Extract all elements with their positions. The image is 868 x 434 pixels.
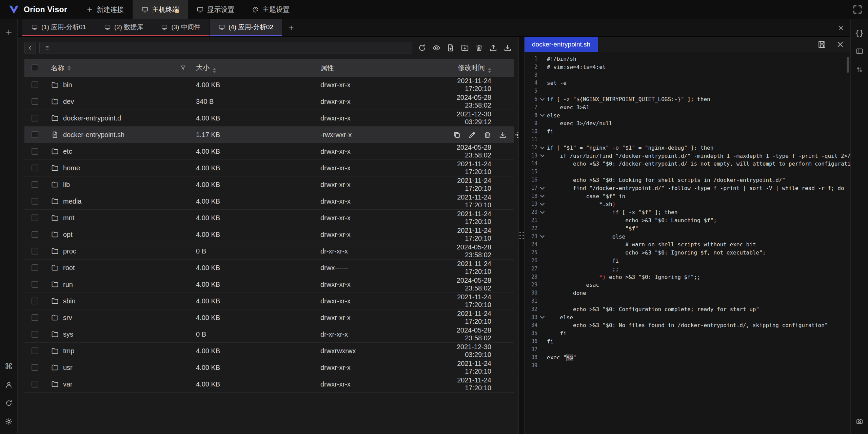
row-name[interactable]: run [45,280,196,288]
row-checkbox[interactable] [32,381,38,388]
row-checkbox[interactable] [32,298,38,304]
row-checkbox[interactable] [32,231,38,238]
table-row[interactable]: opt4.00 KBdrwxr-xr-x2021-11-24 17:20:10 [24,226,514,243]
plus-icon[interactable] [3,27,14,38]
table-row[interactable]: root4.00 KBdrwx------2021-11-24 17:20:10 [24,260,514,276]
row-name[interactable]: docker-entrypoint.d [45,114,196,122]
row-checkbox[interactable] [32,281,38,288]
row-checkbox[interactable] [32,264,38,271]
row-checkbox[interactable] [32,347,38,354]
row-checkbox[interactable] [32,314,38,321]
fold-toggle[interactable] [537,152,547,160]
row-name[interactable]: sbin [45,297,196,305]
table-row[interactable]: docker-entrypoint.d4.00 KBdrwxr-xr-x2021… [24,110,514,127]
sort-name[interactable] [67,65,71,71]
path-input[interactable] [54,44,408,52]
delete-icon[interactable] [483,131,492,139]
nav-item-display-settings[interactable]: 显示设置 [188,0,243,19]
fold-toggle[interactable] [537,95,547,103]
fold-toggle[interactable] [537,184,547,192]
fold-toggle[interactable] [537,200,547,208]
delete-icon[interactable] [474,43,484,53]
back-button[interactable] [24,42,36,54]
upload-icon[interactable] [488,43,498,53]
row-name[interactable]: bin [45,81,196,89]
row-name[interactable]: tmp [45,347,196,355]
row-checkbox[interactable] [32,115,38,121]
new-tab-button[interactable] [282,19,300,36]
table-row[interactable]: run4.00 KBdrwxr-xr-x2024-05-28 23:58:02 [24,276,514,293]
settings-icon[interactable] [3,416,14,427]
row-name[interactable]: media [45,197,196,205]
fold-toggle[interactable] [537,314,547,322]
table-row[interactable]: proc0 Bdr-xr-xr-x2024-05-28 23:58:02 [24,243,514,260]
user-icon[interactable] [3,379,14,390]
table-row[interactable]: mnt4.00 KBdrwxr-xr-x2021-11-24 17:20:10 [24,210,514,226]
table-row[interactable]: media4.00 KBdrwxr-xr-x2021-11-24 17:20:1… [24,193,514,210]
fold-toggle[interactable] [537,233,547,241]
close-all-tabs-button[interactable] [831,19,850,36]
braces-icon[interactable]: {} [854,27,865,38]
row-name[interactable]: opt [45,230,196,239]
sort-size[interactable] [213,68,216,73]
nav-item-theme-settings[interactable]: 主题设置 [243,0,298,19]
sort-mtime[interactable] [488,68,491,73]
table-row[interactable]: bin4.00 KBdrwxr-xr-x2021-11-24 17:20:10 [24,77,514,93]
fold-toggle[interactable] [537,208,547,216]
command-icon[interactable]: ⌘ [3,361,14,372]
fold-toggle[interactable] [537,112,547,120]
panel-resize-handle[interactable] [518,37,525,434]
terminal-tab-4[interactable]: (4) 应用-分析02 [210,19,282,36]
row-name[interactable]: mnt [45,214,196,222]
download-icon[interactable] [502,43,513,53]
fold-toggle[interactable] [537,144,547,152]
camera-icon[interactable] [854,416,865,427]
table-row[interactable]: tmp4.00 KBdrwxrwxrwx2021-12-30 03:29:10 [24,343,514,359]
row-name[interactable]: sys [45,330,196,338]
terminal-tab-1[interactable]: (1) 应用-分析01 [22,19,95,36]
row-checkbox[interactable] [32,165,38,171]
row-checkbox[interactable] [32,181,38,188]
new-file-icon[interactable] [446,43,456,53]
table-row[interactable]: sys0 Bdr-xr-xr-x2024-05-28 23:58:02 [24,326,514,343]
row-name[interactable]: usr [45,363,196,372]
new-folder-icon[interactable] [460,43,470,53]
nav-item-new-connection[interactable]: 新建连接 [77,0,133,19]
line-sort-icon[interactable] [854,64,865,75]
select-all-checkbox[interactable] [32,64,38,71]
row-checkbox[interactable] [32,81,38,88]
editor-scrollbar[interactable] [847,57,849,73]
row-name[interactable]: dev [45,97,196,106]
close-editor-icon[interactable] [835,40,845,49]
refresh-icon[interactable] [417,43,427,53]
terminal-tab-2[interactable]: (2) 数据库 [95,19,153,36]
table-row[interactable]: etc4.00 KBdrwxr-xr-x2024-05-28 23:58:02 [24,143,514,160]
table-row[interactable]: home4.00 KBdrwxr-xr-x2021-11-24 17:20:10 [24,160,514,176]
table-row[interactable]: srv4.00 KBdrwxr-xr-x2021-11-24 17:20:10 [24,309,514,326]
table-row[interactable]: sbin4.00 KBdrwxr-xr-x2021-11-24 17:20:10 [24,293,514,309]
row-checkbox[interactable] [32,248,38,254]
layout-icon[interactable] [854,46,865,57]
edit-icon[interactable] [468,131,476,139]
row-checkbox[interactable] [32,364,38,371]
code-editor[interactable]: 1#!/bin/sh2# vim:sw=4:ts=4:et34set -e56i… [525,52,850,434]
nav-item-host-terminal[interactable]: 主机终端 [133,0,188,19]
fullscreen-icon[interactable] [852,4,863,15]
filter-icon[interactable] [180,64,186,71]
row-checkbox[interactable] [32,331,38,338]
row-checkbox[interactable] [32,131,38,138]
save-icon[interactable] [817,40,827,49]
row-name[interactable]: var [45,380,196,388]
copy-icon[interactable] [453,131,461,139]
editor-file-tab[interactable]: docker-entrypoint.sh [525,37,598,52]
table-row[interactable]: lib4.00 KBdrwxr-xr-x2021-11-24 17:20:10 [24,176,514,193]
row-name[interactable]: srv [45,314,196,322]
row-checkbox[interactable] [32,214,38,221]
download-icon[interactable] [498,131,507,139]
row-checkbox[interactable] [32,148,38,155]
fold-toggle[interactable] [537,192,547,201]
row-checkbox[interactable] [32,98,38,105]
terminal-tab-3[interactable]: (3) 中间件 [152,19,210,36]
table-row[interactable]: docker-entrypoint.sh1.17 KB-rwxrwxr-x [24,127,514,143]
row-name[interactable]: docker-entrypoint.sh [45,131,196,139]
